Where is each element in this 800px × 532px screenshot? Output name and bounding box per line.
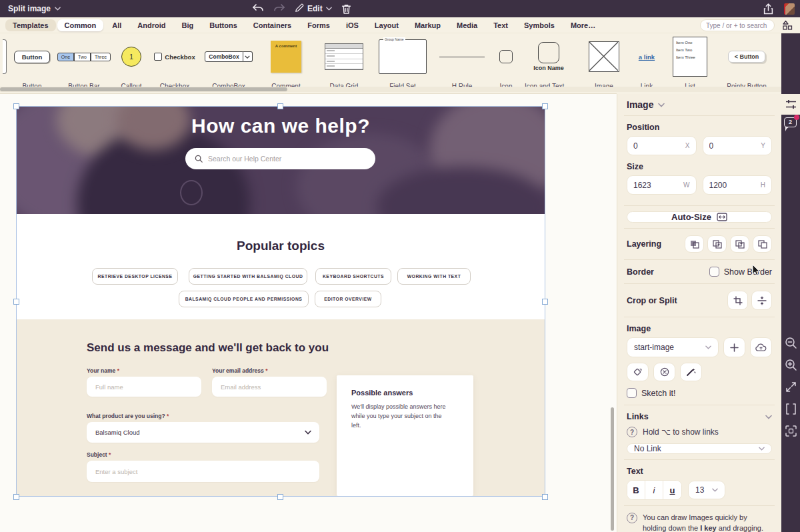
palette-item-combobox[interactable]: ComboBox ComboBox — [200, 33, 257, 94]
checkbox-thumb: Checkbox — [154, 53, 195, 61]
zoom-in-icon[interactable] — [785, 359, 797, 371]
underline-button[interactable]: u — [663, 481, 681, 499]
tab-forms[interactable]: Forms — [300, 19, 337, 31]
selection-handle-w[interactable] — [13, 299, 19, 305]
rotate-icon — [633, 367, 643, 377]
palette-item-cutoff[interactable]: … — [0, 33, 9, 94]
tab-media[interactable]: Media — [449, 19, 485, 31]
brackets-icon[interactable] — [785, 403, 797, 415]
palette-item-icon[interactable]: Icon — [492, 33, 520, 94]
tab-common[interactable]: Common — [57, 19, 104, 31]
palette-item-button-bar[interactable]: OneTwoThree Button Bar — [55, 33, 113, 94]
italic-button[interactable]: i — [645, 481, 663, 499]
inspector-header[interactable]: Image — [627, 99, 772, 110]
position-y-input[interactable] — [709, 141, 759, 151]
tab-text[interactable]: Text — [486, 19, 515, 31]
size-h-field[interactable]: H — [703, 175, 773, 195]
fit-to-screen-icon[interactable] — [785, 381, 797, 393]
size-w-field[interactable]: W — [627, 175, 697, 195]
bring-to-front-button[interactable] — [753, 235, 772, 253]
zoom-out-icon[interactable] — [785, 337, 797, 349]
trash-icon[interactable] — [341, 3, 351, 14]
comments-button[interactable]: 2 — [784, 117, 798, 131]
auto-size-button[interactable]: Auto-Size — [627, 211, 772, 223]
tab-more[interactable]: More… — [563, 19, 603, 31]
component-search-input[interactable] — [700, 19, 775, 31]
size-w-input[interactable] — [633, 181, 681, 190]
palette-item-comment[interactable]: A comment Comment — [257, 33, 315, 94]
selection-handle-sw[interactable] — [13, 494, 19, 500]
palette-item-data-grid[interactable]: Data Grid — [315, 33, 373, 94]
inspector-toggle[interactable] — [781, 94, 800, 115]
palette-item-hrule[interactable]: H.Rule — [432, 33, 492, 94]
palette-item-callout[interactable]: 1 Callout — [113, 33, 149, 94]
bold-button[interactable]: B — [627, 481, 645, 499]
font-size-select[interactable]: 13 — [688, 481, 725, 499]
pointy-button-thumb: < Button — [728, 51, 766, 63]
undo-icon[interactable] — [252, 3, 264, 14]
selection-handle-n[interactable] — [277, 103, 283, 109]
tab-big[interactable]: Big — [175, 19, 201, 31]
chevron-down-icon — [326, 7, 332, 11]
size-h-input[interactable] — [709, 181, 758, 190]
link-target-select[interactable]: No Link — [627, 443, 772, 454]
tab-templates[interactable]: Templates — [5, 19, 56, 31]
tab-symbols[interactable]: Symbols — [517, 19, 562, 31]
add-image-button[interactable] — [723, 337, 745, 357]
split-button[interactable] — [751, 291, 772, 310]
collapse-links-icon[interactable] — [765, 415, 772, 419]
comment-alert-dot — [794, 115, 799, 120]
help-icon[interactable]: ? — [627, 427, 637, 437]
crop-button[interactable] — [727, 291, 748, 310]
selection-handle-se[interactable] — [542, 494, 548, 500]
tab-layout[interactable]: Layout — [367, 19, 406, 31]
ui-library-toggle-icon[interactable] — [781, 19, 793, 31]
project-name: Split image — [8, 4, 51, 13]
palette-item-field-set[interactable]: Group Name Field Set — [373, 33, 432, 94]
selection-handle-e[interactable] — [542, 299, 548, 305]
comment-thumb: A comment — [271, 41, 301, 73]
magic-wand-icon — [686, 367, 696, 377]
image-asset-select[interactable]: start-image — [627, 337, 719, 357]
position-x-field[interactable]: X — [627, 136, 697, 155]
palette-item-button[interactable]: Button Button — [9, 33, 55, 94]
tab-all[interactable]: All — [105, 19, 129, 31]
tab-ios[interactable]: iOS — [339, 19, 366, 31]
focus-selection-icon[interactable] — [785, 425, 797, 437]
user-avatar[interactable] — [784, 3, 795, 15]
tab-containers[interactable]: Containers — [246, 19, 299, 31]
palette-item-checkbox[interactable]: Checkbox Checkbox — [149, 33, 200, 94]
image-section-label: Image — [627, 324, 772, 333]
palette-item-list[interactable]: Item OneItem TwoItem Three List — [663, 33, 717, 94]
redo-icon[interactable] — [273, 3, 285, 14]
cutoff-thumb — [3, 39, 7, 74]
palette-item-pointy-button[interactable]: < Button Pointy Button — [717, 33, 776, 94]
rotate-image-button[interactable] — [627, 363, 649, 381]
tab-android[interactable]: Android — [130, 19, 173, 31]
position-x-input[interactable] — [633, 141, 683, 151]
palette-item-image[interactable]: Image — [577, 33, 631, 94]
edit-mode-menu[interactable]: Edit — [295, 3, 332, 14]
show-border-checkbox[interactable]: Show Border — [709, 267, 772, 277]
canvas-scrollbar-thumb[interactable] — [611, 407, 614, 531]
tab-buttons[interactable]: Buttons — [202, 19, 245, 31]
selection-handle-nw[interactable] — [13, 103, 19, 109]
position-y-field[interactable]: Y — [703, 136, 773, 155]
tab-markup[interactable]: Markup — [407, 19, 448, 31]
remove-image-button[interactable] — [653, 363, 675, 381]
send-to-back-button[interactable] — [685, 235, 704, 253]
share-icon[interactable] — [763, 3, 773, 14]
palette-item-link[interactable]: a link Link — [631, 33, 663, 94]
project-menu[interactable]: Split image — [8, 4, 61, 13]
help-icon: ? — [627, 513, 637, 523]
selection-handle-ne[interactable] — [542, 103, 548, 109]
selection-handle-s[interactable] — [277, 494, 283, 500]
palette-item-icon-and-text[interactable]: Icon Name Icon and Text … — [520, 33, 577, 94]
magic-wand-button[interactable] — [680, 363, 702, 381]
sketch-it-checkbox[interactable]: Sketch it! — [627, 388, 772, 398]
palette-scrollbar-thumb[interactable] — [0, 87, 287, 91]
send-backward-button[interactable] — [707, 235, 727, 253]
wireframe-canvas[interactable]: How can we help? Search our Help Center … — [0, 94, 617, 532]
bring-forward-button[interactable] — [730, 235, 749, 253]
upload-image-button[interactable] — [750, 337, 772, 357]
